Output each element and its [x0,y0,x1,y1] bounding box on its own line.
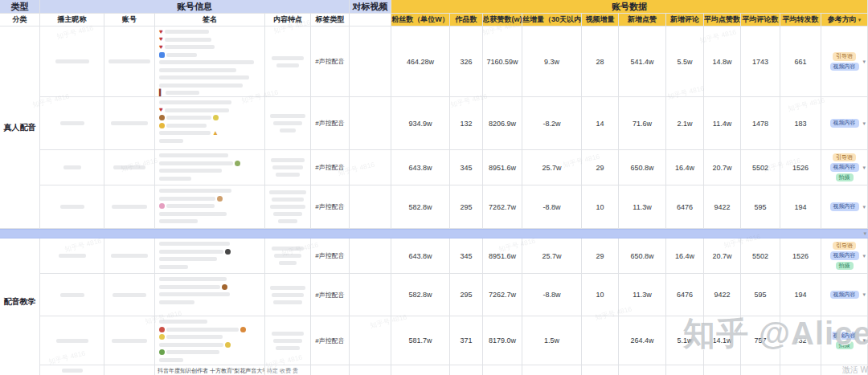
cell-content-features[interactable] [265,150,311,185]
cell-total-likes[interactable]: 8951.6w [483,238,522,274]
cell-works[interactable]: 295 [450,185,483,229]
cell-content-features[interactable] [265,274,311,316]
cell-reference-direction[interactable]: 视频内容▾ [821,185,868,229]
col-header-reference-direction[interactable]: 参考方向▾ [821,14,868,26]
cell-nickname[interactable] [40,316,104,365]
col-header-avg-shares[interactable]: 平均转发数 [780,14,821,26]
cell-avg-likes[interactable]: 20.7w [704,150,741,185]
col-header-new-comments[interactable]: 新增评论 [666,14,704,26]
cell-new-likes[interactable]: 541.4w [619,26,666,97]
cell-avg-shares[interactable]: 194 [780,185,821,229]
col-header-video-increment[interactable]: 视频增量 [582,14,619,26]
cell-avg-shares[interactable]: 661 [780,26,821,97]
group-header-account-info[interactable]: 账号信息 [40,0,350,14]
cell-avg-likes[interactable]: 11.4w [704,97,741,150]
cell-new-comments[interactable]: 2.1w [666,97,704,150]
cell-nickname[interactable] [40,274,104,316]
cell-avg-shares[interactable]: 183 [780,97,821,150]
col-header-tag-type[interactable]: 标签类型 [311,14,350,26]
cell-video-increment[interactable]: 28 [582,26,619,97]
cell-new-comments[interactable]: 5.1w [666,316,704,365]
cell-reference-direction[interactable] [821,365,868,375]
cell-benchmark-blank[interactable] [350,26,391,97]
cell-total-likes[interactable]: 7262.7w [483,185,522,229]
col-header-account[interactable]: 账号 [104,14,155,26]
cell-video-increment[interactable]: 29 [582,150,619,185]
cell-account[interactable] [104,238,155,274]
cell-avg-likes[interactable]: 14.8w [704,26,741,97]
cell-tag-type[interactable]: #声控配音 [311,97,350,150]
cell-works[interactable]: 345 [450,150,483,185]
cell-avg-likes[interactable]: 14.1w [704,316,741,365]
cell-video-increment[interactable]: 10 [582,274,619,316]
chevron-down-icon[interactable]: ▾ [862,165,866,171]
cell-reference-direction[interactable]: 视频内容▾ [821,274,868,316]
cell-works[interactable]: 345 [450,238,483,274]
cell-content-features[interactable] [265,26,311,97]
cell-content-features[interactable] [265,316,311,365]
cell-fan-increment[interactable]: -8.2w [522,97,582,150]
cell-new-likes[interactable]: 71.6w [619,97,666,150]
cell-fans[interactable]: 643.8w [391,150,450,185]
col-header-signature[interactable]: 签名 [155,14,265,26]
cell-tag-type[interactable] [311,365,350,375]
cell-signature[interactable]: ♥▲ [155,97,265,150]
cell-total-likes[interactable]: 8206.9w [483,97,522,150]
cell-fans[interactable]: 464.28w [391,26,450,97]
cell-signature[interactable] [155,274,265,316]
cell-nickname[interactable] [40,365,104,375]
col-header-fans[interactable]: 粉丝数（单位W） [391,14,450,26]
cell-account[interactable] [104,316,155,365]
col-header-content-features[interactable]: 内容特点 [265,14,311,26]
cell-signature[interactable] [155,316,265,365]
cell-signature[interactable] [155,185,265,229]
cell-avg-comments[interactable]: 1478 [741,97,780,150]
col-header-category[interactable]: 分类 [0,14,40,26]
cell-avg-comments[interactable]: 5502 [741,150,780,185]
cell-fans[interactable]: 934.9w [391,97,450,150]
cell-benchmark-blank[interactable] [350,185,391,229]
cell-nickname[interactable] [40,97,104,150]
cell-avg-comments[interactable] [741,365,780,375]
cell-new-comments[interactable]: 16.4w [666,150,704,185]
cell-fans[interactable]: 581.7w [391,316,450,365]
cell-new-likes[interactable] [619,365,666,375]
chevron-down-icon[interactable]: ▾ [863,230,866,237]
col-header-new-likes[interactable]: 新增点赞 [619,14,666,26]
group-header-type[interactable]: 类型 [0,0,40,14]
cell-fan-increment[interactable] [522,365,582,375]
cell-new-likes[interactable]: 650.8w [619,238,666,274]
cell-account[interactable] [104,26,155,97]
cell-signature[interactable] [155,238,265,274]
cell-reference-direction[interactable]: 引导语视频内容拍摄▾ [821,238,868,274]
col-header-avg-comments[interactable]: 平均评论数 [741,14,780,26]
cell-new-comments[interactable]: 6476 [666,274,704,316]
cell-video-increment[interactable]: 29 [582,238,619,274]
cell-avg-shares[interactable]: 1526 [780,238,821,274]
cell-video-increment[interactable] [582,316,619,365]
cell-account[interactable] [104,97,155,150]
chevron-down-icon[interactable]: ▾ [862,253,866,259]
cell-nickname[interactable] [40,150,104,185]
cell-fan-increment[interactable]: 9.3w [522,26,582,97]
cell-account[interactable] [104,274,155,316]
cell-content-features[interactable] [265,97,311,150]
cell-avg-shares[interactable]: 132 [780,316,821,365]
cell-fans[interactable] [391,365,450,375]
cell-reference-direction[interactable]: 引导语视频内容▾ [821,26,868,97]
selected-row[interactable]: ▾ [0,229,868,238]
cell-reference-direction[interactable]: 引导语视频内容拍摄▾ [821,150,868,185]
cell-benchmark-blank[interactable] [350,150,391,185]
cell-benchmark-blank[interactable] [350,365,391,375]
cell-fan-increment[interactable]: 25.7w [522,150,582,185]
col-header-avg-likes[interactable]: 平均点赞数 [704,14,741,26]
chevron-down-icon[interactable]: ▾ [862,204,866,210]
cell-avg-likes[interactable]: 9422 [704,274,741,316]
chevron-down-icon[interactable]: ▾ [862,337,866,344]
cell-tag-type[interactable]: #声控配音 [311,274,350,316]
col-header-total-likes[interactable]: 总获赞数(w) [483,14,522,26]
cell-tag-type[interactable]: #声控配音 [311,150,350,185]
cell-video-increment[interactable]: 10 [582,185,619,229]
cell-account[interactable] [104,150,155,185]
cell-avg-comments[interactable]: 595 [741,185,780,229]
